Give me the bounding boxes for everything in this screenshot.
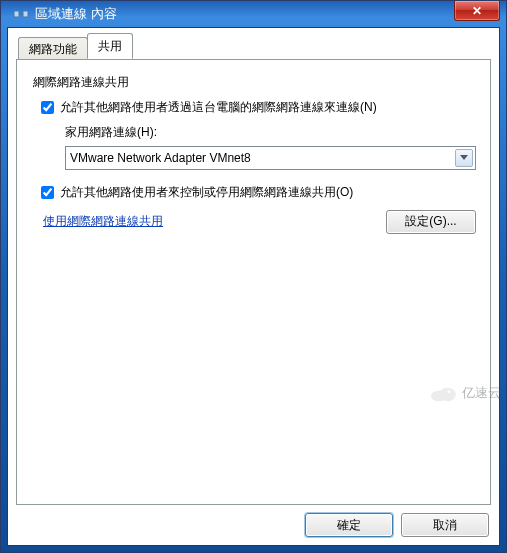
tab-strip: 網路功能 共用 (18, 36, 491, 59)
allow-control-checkbox[interactable] (41, 186, 54, 199)
close-icon: ✕ (472, 4, 482, 18)
tab-sharing[interactable]: 共用 (87, 33, 133, 59)
chevron-down-icon (460, 155, 468, 161)
dialog-body: 網路功能 共用 網際網路連線共用 允許其他網路使用者透過這台電腦的網際網路連線來… (7, 27, 500, 546)
cancel-button[interactable]: 取消 (401, 513, 489, 537)
tab-label: 網路功能 (29, 42, 77, 56)
svg-rect-0 (14, 11, 19, 17)
combo-value: VMware Network Adapter VMnet8 (70, 151, 251, 165)
tab-panel-sharing: 網際網路連線共用 允許其他網路使用者透過這台電腦的網際網路連線來連線(N) 家用… (16, 59, 491, 505)
home-connection-combo[interactable]: VMware Network Adapter VMnet8 (65, 146, 476, 170)
tab-label: 共用 (98, 39, 122, 53)
section-title: 網際網路連線共用 (33, 74, 476, 91)
window-frame: 區域連線 內容 ✕ 網路功能 共用 網際網路連線共用 允許其他網路使用者透過這台… (0, 0, 507, 553)
window-icon (13, 6, 29, 22)
allow-control-label: 允許其他網路使用者來控制或停用網際網路連線共用(O) (60, 184, 476, 201)
allow-share-row: 允許其他網路使用者透過這台電腦的網際網路連線來連線(N) (41, 99, 476, 116)
window-title: 區域連線 內容 (35, 5, 117, 23)
home-connection-label: 家用網路連線(H): (65, 124, 476, 141)
allow-control-row: 允許其他網路使用者來控制或停用網際網路連線共用(O) (41, 184, 476, 201)
ok-button[interactable]: 確定 (305, 513, 393, 537)
dialog-button-row: 確定 取消 (16, 513, 491, 537)
allow-share-checkbox[interactable] (41, 101, 54, 114)
allow-share-label: 允許其他網路使用者透過這台電腦的網際網路連線來連線(N) (60, 99, 476, 116)
tab-network[interactable]: 網路功能 (18, 37, 88, 60)
close-button[interactable]: ✕ (454, 1, 500, 21)
svg-rect-1 (23, 11, 28, 17)
combo-dropdown-button[interactable] (455, 149, 473, 167)
settings-button[interactable]: 設定(G)... (386, 210, 476, 234)
titlebar: 區域連線 內容 ✕ (7, 1, 500, 27)
home-connection-block: 家用網路連線(H): VMware Network Adapter VMnet8 (65, 124, 476, 170)
settings-row: 使用網際網路連線共用 設定(G)... (31, 210, 476, 234)
ics-link[interactable]: 使用網際網路連線共用 (43, 213, 163, 230)
